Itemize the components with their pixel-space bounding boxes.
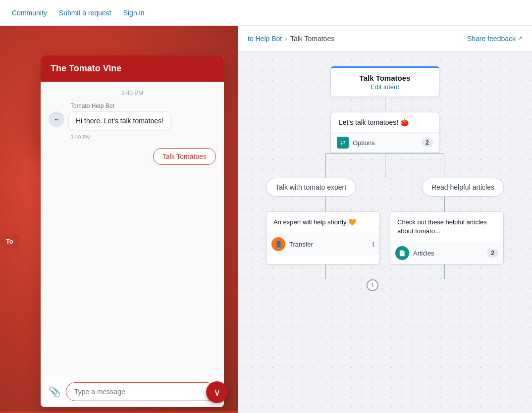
- chat-timestamp-1: 3:40 PM: [49, 90, 216, 97]
- top-navigation: Community Submit a request Sign in: [0, 0, 532, 26]
- transfer-label: Transfer: [289, 241, 368, 248]
- articles-label: Articles: [413, 250, 483, 257]
- chat-title: The Tomato Vine: [51, 63, 121, 73]
- option-node-articles[interactable]: Read helpful articles: [422, 178, 504, 197]
- transfer-result-body: An expert will help shortly 🧡: [266, 212, 379, 233]
- chat-bubble: Hi there. Let's talk tomatoes!: [68, 111, 171, 130]
- chat-widget: The Tomato Vine 3:40 PM Tomato Help Bot …: [41, 55, 224, 407]
- talk-tomatoes-button[interactable]: Talk Tomatoes: [153, 148, 216, 165]
- option-expert-label: Talk with tomato expert: [275, 183, 346, 191]
- bottom-circle-row: ℹ: [266, 279, 504, 291]
- options-icon: ⇄: [337, 137, 349, 149]
- message-node[interactable]: Let's talk tomatoes! 🍅 ⇄ Options 2: [330, 112, 439, 153]
- flow-editor-panel: to Help Bot › Talk Tomatoes Share feedba…: [238, 26, 532, 413]
- chat-message-text: Hi there. Let's talk tomatoes!: [76, 117, 163, 125]
- message-footer: ⇄ Options 2: [331, 132, 439, 153]
- transfer-symbol: ⇄: [340, 139, 345, 146]
- main-area: To The Tomato Vine 3:40 PM Tomato Help B…: [0, 26, 532, 413]
- flow-breadcrumb-bar: to Help Bot › Talk Tomatoes Share feedba…: [238, 26, 532, 52]
- connector-1: [385, 97, 385, 112]
- branch-lines-container: [266, 153, 504, 178]
- person-icon: 👤: [275, 241, 282, 248]
- branch-center-line: [385, 153, 385, 178]
- option-articles-label: Read helpful articles: [431, 183, 494, 191]
- transfer-result-node[interactable]: An expert will help shortly 🧡 👤 Transfer…: [266, 211, 380, 264]
- branch-left-line: [325, 153, 326, 178]
- breadcrumb: to Help Bot › Talk Tomatoes: [248, 35, 334, 43]
- flow-area: Talk Tomatoes Edit intent Let's talk tom…: [238, 52, 532, 413]
- bottom-left-connector: [325, 264, 326, 279]
- chat-timestamp-2: 3:40 PM: [70, 134, 216, 140]
- share-feedback-label: Share feedback: [467, 35, 516, 43]
- left-panel: To The Tomato Vine 3:40 PM Tomato Help B…: [0, 26, 238, 413]
- chat-header: The Tomato Vine: [41, 55, 224, 82]
- option-nodes-row: Talk with tomato expert Read helpful art…: [266, 178, 504, 197]
- nav-community[interactable]: Community: [12, 9, 47, 17]
- articles-result-body: Check out these helpful articles about t…: [390, 212, 503, 242]
- bottom-right-connector: [444, 264, 445, 279]
- external-link-icon: ↗: [518, 35, 522, 42]
- chat-input[interactable]: [66, 382, 216, 401]
- options-count: 2: [422, 138, 433, 147]
- options-label: Options: [353, 139, 418, 147]
- talk-tomatoes-node[interactable]: Talk Tomatoes Edit intent: [330, 66, 439, 97]
- breadcrumb-separator: ›: [285, 35, 287, 43]
- message-text: Let's talk tomatoes! 🍅: [339, 118, 409, 126]
- info-icon: ℹ: [372, 282, 374, 289]
- flow-container: Talk Tomatoes Edit intent Let's talk tom…: [266, 66, 504, 413]
- bottom-connectors: [266, 264, 504, 279]
- transfer-result-footer: 👤 Transfer ℹ: [266, 233, 379, 255]
- transfer-result-text: An expert will help shortly 🧡: [273, 218, 356, 226]
- bottom-bar: [0, 411, 238, 413]
- option-node-expert[interactable]: Talk with tomato expert: [266, 178, 356, 197]
- chat-footer: 📎: [41, 376, 224, 407]
- articles-result-footer: 📄 Articles 2: [390, 242, 503, 264]
- share-feedback-button[interactable]: Share feedback ↗: [467, 35, 522, 43]
- left-connector: [325, 197, 326, 211]
- chat-bot-label: Tomato Help Bot: [70, 103, 216, 109]
- chevron-down-icon: ∨: [213, 386, 221, 398]
- bottom-info-circle[interactable]: ℹ: [367, 279, 378, 291]
- result-nodes-row: An expert will help shortly 🧡 👤 Transfer…: [266, 211, 504, 264]
- left-tab[interactable]: To: [0, 234, 19, 249]
- breadcrumb-current: Talk Tomatoes: [290, 35, 334, 43]
- document-icon: 📄: [399, 250, 406, 257]
- chat-body: 3:40 PM Tomato Help Bot •• Hi there. Let…: [41, 82, 224, 376]
- chat-message-row: •• Hi there. Let's talk tomatoes!: [49, 111, 216, 130]
- edit-intent-link[interactable]: Edit intent: [339, 83, 431, 91]
- articles-count: 2: [487, 249, 498, 258]
- avatar-dots: ••: [54, 117, 58, 122]
- message-body: Let's talk tomatoes! 🍅: [331, 112, 439, 132]
- transfer-icon: 👤: [271, 237, 285, 251]
- attach-icon[interactable]: 📎: [49, 386, 61, 398]
- connector-pair: [266, 197, 504, 211]
- chat-options-area: Talk Tomatoes: [49, 148, 216, 165]
- articles-result-text: Check out these helpful articles about t…: [397, 218, 487, 235]
- breadcrumb-parent[interactable]: to Help Bot: [248, 35, 282, 43]
- right-connector: [444, 197, 445, 211]
- nav-sign-in[interactable]: Sign in: [123, 9, 145, 17]
- branch-right-line: [444, 153, 444, 178]
- branch-horizontal-line: [325, 153, 444, 154]
- scroll-down-button[interactable]: ∨: [206, 381, 228, 403]
- transfer-info-icon: ℹ: [372, 240, 374, 248]
- chat-avatar: ••: [49, 111, 64, 127]
- nav-submit-request[interactable]: Submit a request: [59, 9, 111, 17]
- articles-icon: 📄: [395, 246, 409, 260]
- flow-node-title: Talk Tomatoes: [339, 74, 431, 82]
- articles-result-node[interactable]: Check out these helpful articles about t…: [390, 211, 504, 264]
